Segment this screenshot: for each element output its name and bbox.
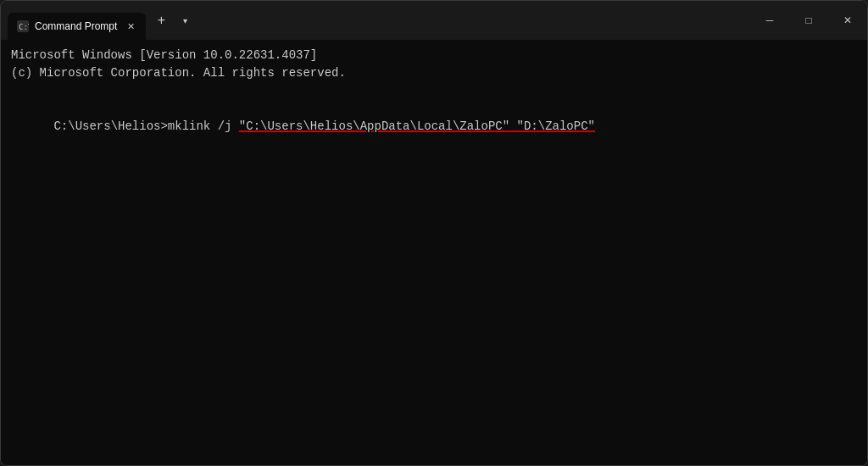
- tab-area: C:\ Command Prompt ✕ + ▾: [8, 1, 750, 40]
- svg-text:C:\: C:\: [19, 23, 29, 31]
- minimize-button[interactable]: ─: [750, 1, 789, 40]
- new-tab-button[interactable]: +: [149, 8, 173, 32]
- terminal-window: C:\ Command Prompt ✕ + ▾ ─ □: [0, 0, 868, 466]
- window-controls: ─ □ ✕: [750, 1, 867, 40]
- maximize-button[interactable]: □: [789, 1, 828, 40]
- terminal-line-4-arg2: "D:\ZaloPC": [509, 119, 595, 133]
- terminal-line-4: C:\Users\Helios>mklink /j "C:\Users\Heli…: [11, 100, 857, 153]
- terminal-empty-line: [11, 82, 857, 100]
- terminal-body[interactable]: Microsoft Windows [Version 10.0.22631.40…: [1, 40, 867, 465]
- tab-title: Command Prompt: [35, 20, 117, 32]
- terminal-line-1: Microsoft Windows [Version 10.0.22631.40…: [11, 47, 857, 64]
- close-button[interactable]: ✕: [828, 1, 867, 40]
- cmd-icon: C:\: [16, 19, 30, 33]
- dropdown-button[interactable]: ▾: [173, 8, 197, 32]
- titlebar: C:\ Command Prompt ✕ + ▾ ─ □: [1, 1, 867, 40]
- tab-close-button[interactable]: ✕: [124, 19, 137, 33]
- terminal-line-2: (c) Microsoft Corporation. All rights re…: [11, 64, 857, 82]
- terminal-line-4-prefix: C:\Users\Helios>mklink /j: [53, 119, 238, 133]
- active-tab[interactable]: C:\ Command Prompt ✕: [8, 13, 146, 40]
- terminal-line-4-arg1: "C:\Users\Helios\AppData\Local\ZaloPC": [239, 119, 509, 133]
